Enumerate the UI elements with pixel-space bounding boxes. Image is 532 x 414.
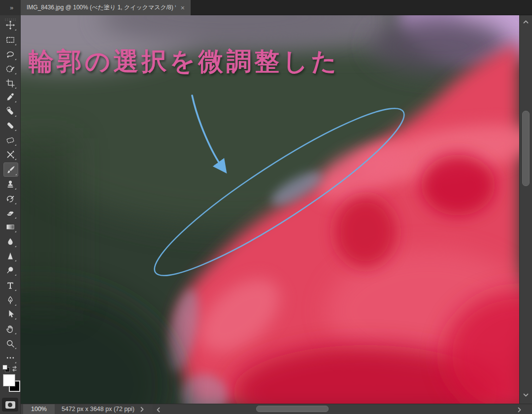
- content-aware-move-tool[interactable]: [3, 148, 17, 161]
- pen-icon: [5, 295, 15, 305]
- foreground-color-swatch[interactable]: [3, 374, 15, 386]
- pen-tool[interactable]: [3, 293, 17, 307]
- double-chevron-icon: »: [10, 4, 13, 11]
- swap-colors-icon[interactable]: [11, 365, 18, 372]
- document-tab[interactable]: IMG_8436.jpg @ 100% (べた塗り 1, クイックマスク/8) …: [21, 0, 191, 15]
- eraser-icon: [5, 208, 15, 218]
- gradient-tool[interactable]: [3, 220, 17, 233]
- object-selection-icon: [5, 64, 15, 74]
- path-selection-tool[interactable]: [3, 307, 17, 320]
- crop-tool[interactable]: [3, 76, 17, 90]
- zoom-tool[interactable]: [3, 337, 17, 350]
- color-swatches: [2, 374, 21, 395]
- zoom-icon: [5, 339, 15, 349]
- blur-icon: [5, 237, 15, 247]
- object-selection-tool[interactable]: [3, 62, 17, 75]
- quick-mask-button[interactable]: [2, 398, 18, 412]
- tab-close-icon[interactable]: ×: [176, 4, 185, 12]
- photoshop-window: » IMG_8436.jpg @ 100% (べた塗り 1, クイックマスク/8…: [0, 0, 532, 414]
- move-icon: [5, 20, 15, 30]
- patch-tool[interactable]: [3, 133, 17, 147]
- scroll-down-icon[interactable]: [523, 393, 529, 397]
- spot-healing-brush-tool[interactable]: [3, 104, 17, 118]
- quick-mask-icon: [5, 401, 15, 409]
- dodge-tool[interactable]: [3, 263, 17, 277]
- path-selection-icon: [5, 309, 15, 319]
- gradient-icon: [5, 222, 15, 232]
- document-info: 5472 px x 3648 px (72 ppi): [62, 406, 134, 413]
- vertical-scrollbar[interactable]: [519, 15, 532, 404]
- clone-stamp-icon: [5, 179, 15, 189]
- status-options-chevron-icon[interactable]: [140, 407, 144, 412]
- clone-stamp-tool[interactable]: [3, 177, 17, 191]
- panel-collapse-button[interactable]: »: [0, 0, 21, 15]
- tools-panel: [0, 15, 21, 414]
- eraser-tool[interactable]: [3, 206, 17, 220]
- hand-tool[interactable]: [3, 322, 17, 335]
- status-bar: 100% 5472 px x 3648 px (72 ppi): [21, 404, 153, 414]
- brush-tool[interactable]: [3, 162, 18, 177]
- hand-icon: [5, 324, 15, 334]
- rectangular-marquee-tool[interactable]: [3, 33, 17, 46]
- patch-icon: [5, 135, 15, 145]
- horizontal-scrollbar-thumb[interactable]: [256, 406, 329, 412]
- brush-icon: [6, 165, 16, 175]
- history-brush-icon: [5, 194, 15, 204]
- move-tool[interactable]: [3, 18, 17, 32]
- blur-tool[interactable]: [3, 235, 17, 248]
- document-canvas[interactable]: 輪郭の選択を微調整した: [21, 15, 519, 404]
- document-tab-title: IMG_8436.jpg @ 100% (べた塗り 1, クイックマスク/8) …: [27, 3, 176, 12]
- horizontal-scrollbar[interactable]: [153, 404, 532, 414]
- lasso-icon: [5, 50, 15, 60]
- sharpen-tool[interactable]: [3, 249, 17, 262]
- dodge-icon: [5, 265, 15, 275]
- scroll-right-icon[interactable]: [518, 407, 521, 413]
- vertical-scrollbar-thumb[interactable]: [522, 111, 530, 186]
- default-colors-icon[interactable]: [2, 365, 9, 372]
- tab-bar: » IMG_8436.jpg @ 100% (べた塗り 1, クイックマスク/8…: [0, 0, 532, 15]
- marquee-icon: [5, 35, 15, 45]
- content-aware-move-icon: [5, 150, 15, 159]
- annotation-text: 輪郭の選択を微調整した: [29, 45, 340, 79]
- eyedropper-icon: [5, 92, 15, 102]
- type-icon: [5, 281, 15, 290]
- scroll-left-icon[interactable]: [157, 407, 160, 413]
- eyedropper-tool[interactable]: [3, 90, 17, 103]
- sharpen-icon: [5, 251, 15, 261]
- healing-brush-icon: [5, 121, 15, 130]
- healing-brush-tool[interactable]: [3, 119, 17, 132]
- lasso-tool[interactable]: [3, 48, 17, 61]
- zoom-level-field[interactable]: 100%: [23, 404, 55, 414]
- type-tool[interactable]: [3, 279, 17, 292]
- ellipsis-icon: [5, 353, 15, 363]
- history-brush-tool[interactable]: [3, 192, 17, 205]
- scroll-up-icon[interactable]: [523, 20, 529, 24]
- more-tools-button[interactable]: [3, 351, 17, 364]
- spot-healing-brush-icon: [5, 106, 15, 116]
- crop-icon: [5, 78, 15, 88]
